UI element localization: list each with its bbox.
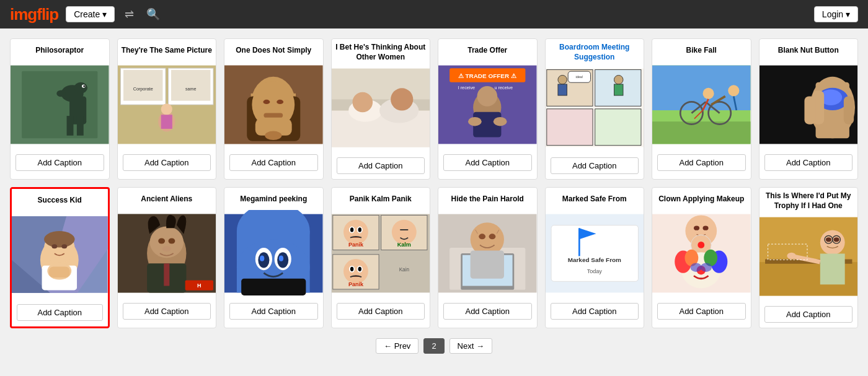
svg-rect-91 bbox=[49, 267, 70, 278]
meme-image-boardroom[interactable]: idea! bbox=[546, 64, 644, 154]
add-caption-button-same-picture[interactable]: Add Caption bbox=[123, 154, 211, 171]
meme-image-trophy[interactable] bbox=[760, 213, 858, 302]
meme-image-ancient-aliens[interactable]: H bbox=[118, 210, 216, 299]
svg-point-7 bbox=[56, 90, 65, 97]
meme-title-clown-makeup: Clown Applying Makeup bbox=[656, 188, 746, 210]
next-page-button[interactable]: Next → bbox=[450, 338, 492, 354]
meme-card-trade-offer: Trade Offer ⚠ TRADE OFFER ⚠ I receive u … bbox=[438, 38, 538, 180]
meme-image-trade-offer[interactable]: ⚠ TRADE OFFER ⚠ I receive u receive bbox=[438, 61, 537, 151]
meme-card-blank-nut: Blank Nut Button Add Caption bbox=[759, 38, 859, 180]
add-caption-button-megamind[interactable]: Add Caption bbox=[229, 303, 318, 320]
current-page-button[interactable]: 2 bbox=[423, 338, 444, 354]
svg-text:idea!: idea! bbox=[575, 75, 583, 79]
svg-point-30 bbox=[265, 131, 281, 140]
svg-point-98 bbox=[158, 238, 165, 244]
svg-point-36 bbox=[352, 92, 373, 113]
svg-rect-113 bbox=[241, 279, 306, 295]
header: imgflip Create ▾ ⇌ 🔍 Login ▾ bbox=[0, 0, 868, 28]
add-caption-button-one-does-not[interactable]: Add Caption bbox=[229, 154, 318, 171]
add-caption-button-hide-pain[interactable]: Add Caption bbox=[443, 303, 532, 320]
svg-point-53 bbox=[557, 76, 566, 84]
meme-card-bike-fall: Bike Fall Add Caption bbox=[652, 38, 751, 180]
svg-point-111 bbox=[260, 256, 264, 261]
meme-image-philosoraptor[interactable] bbox=[11, 61, 109, 151]
add-caption-button-marked-safe[interactable]: Add Caption bbox=[551, 303, 639, 320]
meme-card-one-does-not: One Does Not Simply Add Caption bbox=[224, 38, 324, 180]
search-icon[interactable]: 🔍 bbox=[144, 5, 162, 24]
add-caption-button-boardroom[interactable]: Add Caption bbox=[551, 157, 639, 174]
meme-image-panik-kalm[interactable]: Panik Kalm Panik Kain bbox=[332, 210, 430, 299]
meme-title-one-does-not: One Does Not Simply bbox=[233, 39, 314, 61]
meme-image-bike-fall[interactable] bbox=[652, 61, 751, 151]
svg-text:same: same bbox=[185, 86, 196, 92]
chevron-down-icon: ▾ bbox=[102, 9, 107, 19]
meme-image-i-bet[interactable] bbox=[332, 64, 430, 154]
svg-rect-60 bbox=[652, 121, 751, 144]
svg-point-112 bbox=[279, 256, 283, 261]
login-button[interactable]: Login ▾ bbox=[814, 6, 858, 22]
svg-point-128 bbox=[343, 259, 368, 284]
meme-card-philosoraptor: Philosoraptor Add Caption bbox=[10, 38, 110, 180]
svg-rect-5 bbox=[67, 116, 74, 136]
svg-point-174 bbox=[833, 238, 839, 242]
svg-point-37 bbox=[391, 88, 413, 110]
meme-image-hide-pain[interactable] bbox=[438, 210, 537, 299]
meme-image-same-picture[interactable]: Corporate same bbox=[118, 61, 216, 151]
add-caption-button-panik-kalm[interactable]: Add Caption bbox=[337, 303, 425, 320]
meme-title-i-bet: I Bet He's Thinking About Other Women bbox=[332, 39, 430, 64]
add-caption-button-success-kid[interactable]: Add Caption bbox=[17, 304, 103, 321]
add-caption-button-clown-makeup[interactable]: Add Caption bbox=[657, 303, 746, 320]
svg-point-99 bbox=[168, 238, 175, 244]
svg-rect-78 bbox=[804, 96, 815, 124]
svg-point-168 bbox=[820, 230, 844, 255]
shuffle-icon[interactable]: ⇌ bbox=[122, 5, 136, 24]
header-right: Login ▾ bbox=[814, 6, 858, 22]
meme-title-marked-safe: Marked Safe From bbox=[560, 188, 629, 210]
create-button[interactable]: Create ▾ bbox=[66, 6, 115, 22]
add-caption-button-i-bet[interactable]: Add Caption bbox=[337, 157, 425, 174]
svg-point-164 bbox=[701, 263, 712, 272]
svg-text:Panik: Panik bbox=[348, 242, 363, 248]
svg-point-45 bbox=[494, 117, 507, 126]
meme-image-success-kid[interactable] bbox=[12, 211, 108, 300]
svg-text:H: H bbox=[197, 282, 202, 289]
meme-image-marked-safe[interactable]: Marked Safe From Today bbox=[546, 210, 644, 299]
add-caption-button-bike-fall[interactable]: Add Caption bbox=[657, 154, 746, 171]
svg-point-121 bbox=[350, 228, 353, 232]
meme-card-same-picture: They're The Same Picture Corporate same … bbox=[117, 38, 217, 180]
svg-point-142 bbox=[489, 234, 496, 239]
meme-title-link-boardroom[interactable]: Boardroom Meeting Suggestion bbox=[548, 43, 642, 62]
svg-point-163 bbox=[691, 263, 702, 272]
svg-rect-15 bbox=[171, 70, 210, 101]
add-caption-button-trophy[interactable]: Add Caption bbox=[764, 306, 853, 323]
meme-card-trophy: This Is Where I'd Put My Trophy If I Had… bbox=[759, 187, 859, 328]
meme-card-hide-pain: Hide the Pain Harold Add Caption bbox=[438, 187, 538, 328]
prev-page-button[interactable]: ← Prev bbox=[376, 338, 418, 354]
meme-image-megamind[interactable] bbox=[224, 210, 323, 299]
svg-point-70 bbox=[728, 85, 739, 96]
add-caption-button-trade-offer[interactable]: Add Caption bbox=[443, 154, 532, 171]
svg-point-124 bbox=[391, 220, 416, 245]
svg-point-44 bbox=[468, 117, 482, 126]
pagination: ← Prev 2 Next → bbox=[10, 328, 858, 364]
svg-text:Panik: Panik bbox=[348, 281, 363, 287]
svg-point-88 bbox=[44, 231, 74, 247]
meme-image-clown-makeup[interactable] bbox=[652, 210, 751, 299]
svg-point-95 bbox=[149, 227, 183, 258]
meme-title-boardroom: Boardroom Meeting Suggestion bbox=[546, 39, 644, 64]
svg-rect-54 bbox=[557, 84, 566, 95]
meme-image-blank-nut[interactable] bbox=[760, 61, 858, 151]
add-caption-button-blank-nut[interactable]: Add Caption bbox=[764, 154, 853, 171]
meme-card-ancient-aliens: Ancient Aliens H Add Caption bbox=[117, 187, 217, 328]
svg-rect-51 bbox=[546, 109, 592, 146]
meme-title-success-kid: Success Kid bbox=[35, 189, 84, 211]
meme-card-clown-makeup: Clown Applying Makeup Add Caption bbox=[652, 187, 751, 328]
meme-image-one-does-not[interactable] bbox=[224, 61, 323, 151]
add-caption-button-ancient-aliens[interactable]: Add Caption bbox=[123, 303, 211, 320]
svg-point-18 bbox=[161, 103, 172, 115]
svg-text:Today: Today bbox=[587, 268, 602, 274]
add-caption-button-philosoraptor[interactable]: Add Caption bbox=[16, 154, 104, 171]
meme-title-bike-fall: Bike Fall bbox=[684, 39, 719, 61]
meme-card-i-bet: I Bet He's Thinking About Other Women Ad… bbox=[331, 38, 431, 180]
meme-title-trophy: This Is Where I'd Put My Trophy If I Had… bbox=[760, 188, 858, 213]
